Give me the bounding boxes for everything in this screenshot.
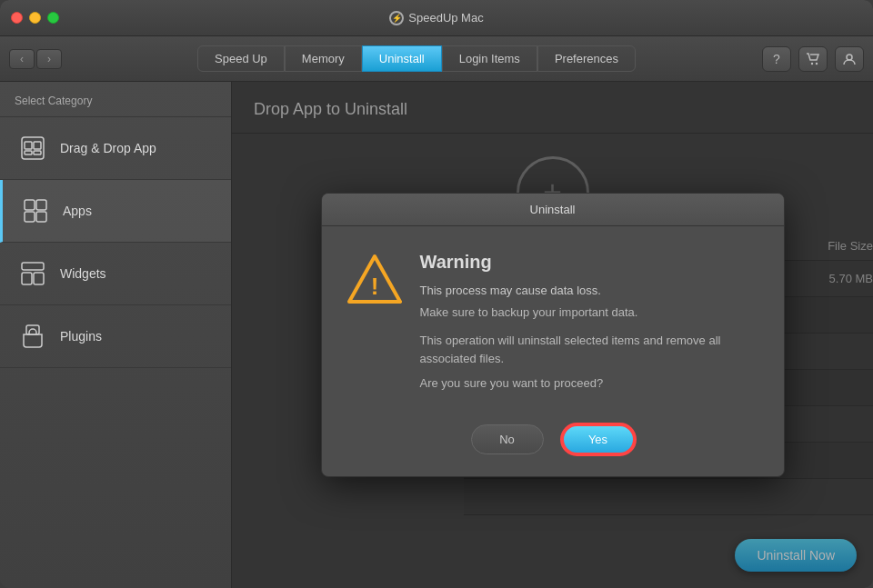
sidebar-item-drag-drop[interactable]: Drag & Drop App	[0, 117, 231, 180]
modal-titlebar: Uninstall	[322, 194, 784, 226]
sidebar-item-plugins[interactable]: Plugins	[0, 305, 231, 368]
warning-desc: This operation will uninstall selected i…	[420, 332, 758, 367]
modal-body: ! Warning This process may cause data lo…	[322, 226, 784, 412]
no-button[interactable]: No	[471, 424, 544, 454]
yes-button[interactable]: Yes	[562, 424, 635, 454]
widgets-icon	[18, 259, 47, 288]
warning-question: Are you sure you want to proceed?	[420, 376, 758, 390]
svg-rect-9	[36, 200, 46, 210]
navbar: ‹ › Speed Up Memory Uninstall Login Item…	[0, 36, 873, 82]
warning-line-2: Make sure to backup your important data.	[420, 304, 758, 322]
traffic-lights	[11, 12, 59, 24]
plugins-icon	[18, 322, 47, 351]
warning-modal: Uninstall ! Warning This process may cau…	[321, 193, 785, 477]
user-button[interactable]	[835, 46, 864, 72]
drag-drop-icon	[18, 134, 47, 163]
sidebar-item-apps[interactable]: Apps	[0, 180, 231, 243]
app-title: ⚡ SpeedUp Mac	[389, 11, 483, 25]
svg-text:!: !	[370, 273, 378, 300]
svg-rect-13	[22, 273, 32, 284]
minimize-button[interactable]	[29, 12, 41, 24]
close-button[interactable]	[11, 12, 23, 24]
titlebar: ⚡ SpeedUp Mac	[0, 0, 873, 36]
sidebar-item-widgets[interactable]: Widgets	[0, 243, 231, 305]
svg-point-2	[847, 55, 852, 60]
content-area: Drop App to Uninstall + File Size 5.70 M…	[232, 82, 873, 588]
forward-button[interactable]: ›	[36, 49, 62, 69]
svg-rect-10	[25, 212, 35, 222]
warning-title: Warning	[420, 252, 758, 273]
modal-footer: No Yes	[322, 412, 784, 476]
tab-memory[interactable]: Memory	[285, 45, 362, 72]
sidebar-item-plugins-label: Plugins	[60, 329, 102, 344]
svg-rect-7	[34, 151, 41, 154]
app-title-text: SpeedUp Mac	[408, 11, 483, 25]
svg-point-1	[816, 62, 818, 64]
svg-rect-11	[36, 212, 46, 222]
svg-rect-14	[34, 273, 44, 284]
svg-rect-8	[25, 200, 35, 210]
apps-icon	[21, 196, 50, 225]
tab-login-items[interactable]: Login Items	[442, 45, 537, 72]
svg-rect-15	[26, 325, 39, 334]
svg-rect-6	[25, 151, 32, 154]
sidebar: Select Category Drag & Drop App	[0, 82, 232, 588]
app-icon: ⚡	[389, 11, 404, 25]
warning-icon: !	[347, 252, 402, 306]
main-layout: Select Category Drag & Drop App	[0, 82, 873, 588]
sidebar-item-apps-label: Apps	[63, 204, 92, 218]
cart-button[interactable]	[798, 46, 828, 72]
modal-overlay: Uninstall ! Warning This process may cau…	[232, 82, 873, 588]
sidebar-item-drag-drop-label: Drag & Drop App	[60, 141, 156, 155]
nav-actions: ?	[762, 46, 864, 72]
help-button[interactable]: ?	[762, 46, 791, 72]
tab-preferences[interactable]: Preferences	[537, 45, 636, 72]
tab-uninstall[interactable]: Uninstall	[362, 45, 442, 72]
tab-speedup[interactable]: Speed Up	[197, 45, 285, 72]
nav-arrows: ‹ ›	[9, 49, 62, 69]
svg-point-0	[811, 62, 813, 64]
modal-text: Warning This process may cause data loss…	[420, 252, 758, 390]
sidebar-header: Select Category	[0, 82, 231, 117]
back-button[interactable]: ‹	[9, 49, 35, 69]
maximize-button[interactable]	[47, 12, 59, 24]
nav-tabs: Speed Up Memory Uninstall Login Items Pr…	[80, 45, 753, 72]
warning-line-1: This process may cause data loss.	[420, 282, 758, 300]
svg-rect-4	[25, 142, 32, 149]
svg-rect-12	[22, 263, 44, 270]
svg-rect-5	[34, 142, 41, 149]
sidebar-item-widgets-label: Widgets	[60, 266, 106, 281]
